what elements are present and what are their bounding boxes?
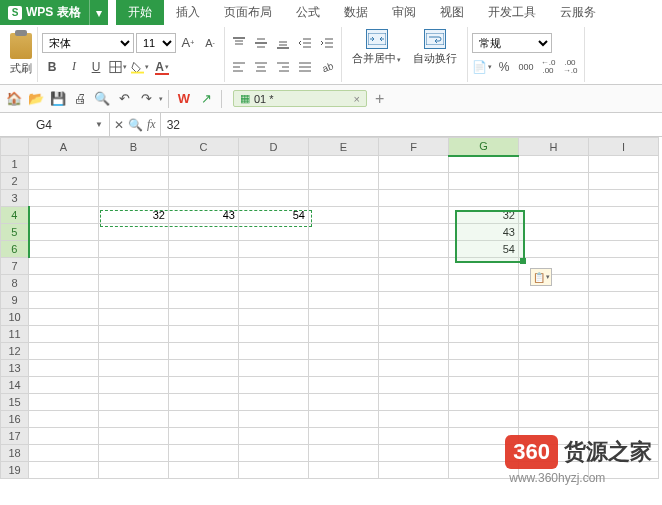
- cell-I15[interactable]: [589, 394, 659, 411]
- row-header-11[interactable]: 11: [1, 326, 29, 343]
- cell-D10[interactable]: [239, 309, 309, 326]
- cell-D11[interactable]: [239, 326, 309, 343]
- cell-C18[interactable]: [169, 445, 239, 462]
- cell-E5[interactable]: [309, 224, 379, 241]
- align-middle-button[interactable]: [251, 33, 271, 53]
- cell-B10[interactable]: [99, 309, 169, 326]
- cell-H17[interactable]: [519, 428, 589, 445]
- cell-I18[interactable]: [589, 445, 659, 462]
- cell-D15[interactable]: [239, 394, 309, 411]
- cell-B4[interactable]: 32: [99, 207, 169, 224]
- row-header-19[interactable]: 19: [1, 462, 29, 479]
- qat-customize[interactable]: ▾: [159, 95, 163, 103]
- tab-视图[interactable]: 视图: [428, 0, 476, 25]
- tab-插入[interactable]: 插入: [164, 0, 212, 25]
- cell-F19[interactable]: [379, 462, 449, 479]
- cell-D7[interactable]: [239, 258, 309, 275]
- tab-开发工具[interactable]: 开发工具: [476, 0, 548, 25]
- cell-G5[interactable]: 43: [449, 224, 519, 241]
- cell-E4[interactable]: [309, 207, 379, 224]
- row-header-13[interactable]: 13: [1, 360, 29, 377]
- row-header-12[interactable]: 12: [1, 343, 29, 360]
- cell-A19[interactable]: [29, 462, 99, 479]
- column-header-I[interactable]: I: [589, 138, 659, 156]
- cell-G14[interactable]: [449, 377, 519, 394]
- cell-C4[interactable]: 43: [169, 207, 239, 224]
- align-bottom-button[interactable]: [273, 33, 293, 53]
- row-header-15[interactable]: 15: [1, 394, 29, 411]
- cell-B13[interactable]: [99, 360, 169, 377]
- cell-F3[interactable]: [379, 190, 449, 207]
- cell-H9[interactable]: [519, 292, 589, 309]
- row-header-4[interactable]: 4: [1, 207, 29, 224]
- cell-A2[interactable]: [29, 173, 99, 190]
- row-header-9[interactable]: 9: [1, 292, 29, 309]
- paste-icon[interactable]: [10, 33, 32, 59]
- cell-C15[interactable]: [169, 394, 239, 411]
- cell-D5[interactable]: [239, 224, 309, 241]
- percent-button[interactable]: %: [494, 57, 514, 77]
- cell-H2[interactable]: [519, 173, 589, 190]
- increase-decimal-button[interactable]: ←.0.00: [538, 57, 558, 77]
- cell-E15[interactable]: [309, 394, 379, 411]
- redo-button[interactable]: ↷: [136, 89, 156, 109]
- cell-G7[interactable]: [449, 258, 519, 275]
- row-header-18[interactable]: 18: [1, 445, 29, 462]
- cell-E3[interactable]: [309, 190, 379, 207]
- new-tab-button[interactable]: +: [375, 90, 384, 108]
- cell-I5[interactable]: [589, 224, 659, 241]
- spreadsheet-grid[interactable]: ABCDEFGHI1234324354325436547891011121314…: [0, 137, 662, 479]
- cell-F4[interactable]: [379, 207, 449, 224]
- cell-A7[interactable]: [29, 258, 99, 275]
- cell-I17[interactable]: [589, 428, 659, 445]
- cell-A8[interactable]: [29, 275, 99, 292]
- number-format-select[interactable]: 常规: [472, 33, 552, 53]
- cell-C10[interactable]: [169, 309, 239, 326]
- cell-G15[interactable]: [449, 394, 519, 411]
- cell-H16[interactable]: [519, 411, 589, 428]
- cell-H7[interactable]: [519, 258, 589, 275]
- cell-H5[interactable]: [519, 224, 589, 241]
- cell-F15[interactable]: [379, 394, 449, 411]
- bold-button[interactable]: B: [42, 57, 62, 77]
- cell-F14[interactable]: [379, 377, 449, 394]
- cell-I14[interactable]: [589, 377, 659, 394]
- cell-E6[interactable]: [309, 241, 379, 258]
- cell-I2[interactable]: [589, 173, 659, 190]
- cell-G1[interactable]: [449, 156, 519, 173]
- cell-H1[interactable]: [519, 156, 589, 173]
- cell-B19[interactable]: [99, 462, 169, 479]
- cell-H10[interactable]: [519, 309, 589, 326]
- cell-A14[interactable]: [29, 377, 99, 394]
- cell-G17[interactable]: [449, 428, 519, 445]
- cell-I12[interactable]: [589, 343, 659, 360]
- cell-I3[interactable]: [589, 190, 659, 207]
- cell-I8[interactable]: [589, 275, 659, 292]
- cell-A5[interactable]: [29, 224, 99, 241]
- row-header-5[interactable]: 5: [1, 224, 29, 241]
- cell-C17[interactable]: [169, 428, 239, 445]
- cell-F2[interactable]: [379, 173, 449, 190]
- cell-F1[interactable]: [379, 156, 449, 173]
- cell-C1[interactable]: [169, 156, 239, 173]
- cell-A10[interactable]: [29, 309, 99, 326]
- cell-B15[interactable]: [99, 394, 169, 411]
- cell-C6[interactable]: [169, 241, 239, 258]
- tab-云服务[interactable]: 云服务: [548, 0, 608, 25]
- cell-G18[interactable]: [449, 445, 519, 462]
- cell-I6[interactable]: [589, 241, 659, 258]
- row-header-7[interactable]: 7: [1, 258, 29, 275]
- cell-F10[interactable]: [379, 309, 449, 326]
- cell-A15[interactable]: [29, 394, 99, 411]
- select-all-corner[interactable]: [1, 138, 29, 156]
- cell-I4[interactable]: [589, 207, 659, 224]
- cell-D4[interactable]: 54: [239, 207, 309, 224]
- cancel-formula-button[interactable]: ✕: [114, 118, 124, 132]
- cell-A1[interactable]: [29, 156, 99, 173]
- cell-G9[interactable]: [449, 292, 519, 309]
- cell-G3[interactable]: [449, 190, 519, 207]
- merge-center-button[interactable]: 合并居中▾: [346, 27, 407, 82]
- cell-D3[interactable]: [239, 190, 309, 207]
- cell-E14[interactable]: [309, 377, 379, 394]
- app-menu-dropdown[interactable]: ▾: [89, 0, 108, 25]
